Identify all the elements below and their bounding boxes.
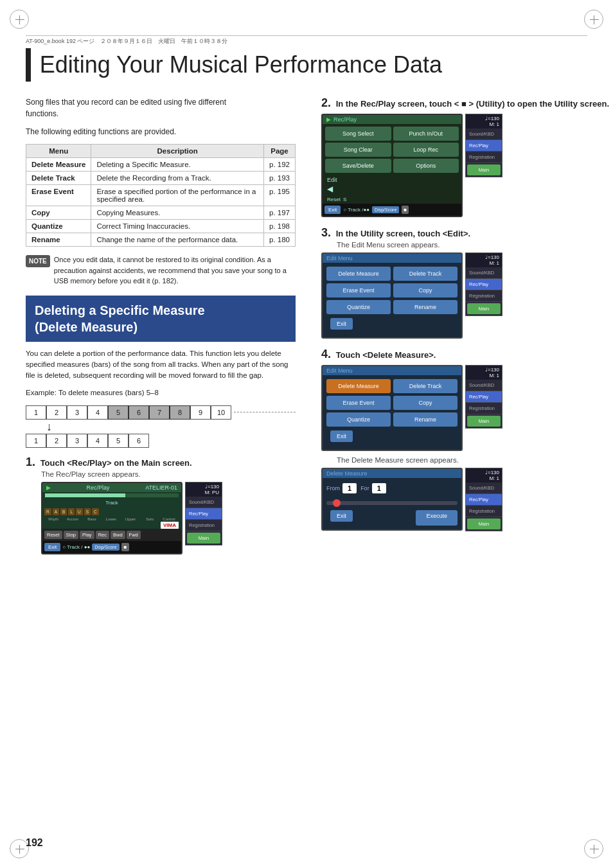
table-row: Delete Track Delete the Recording from a… [26, 172, 296, 185]
main-btn-4[interactable]: Main [467, 416, 501, 427]
control-btn-rec[interactable]: Rec [96, 531, 109, 539]
measure-cell: 10 [211, 405, 231, 420]
sound-kbd-5[interactable]: Sound/KBD [466, 483, 502, 494]
track-label-text: Bass [83, 517, 101, 521]
control-btn-reset[interactable]: Reset [44, 531, 62, 539]
control-btn-fwd[interactable]: Fwd [127, 531, 141, 539]
rec-play-2[interactable]: Rec/Play [466, 140, 502, 152]
copy-btn-1[interactable]: Copy [393, 283, 458, 297]
right-column: 2. In the Rec/Play screen, touch < ■ > (… [321, 96, 613, 540]
ems-grid-2[interactable]: Delete Measure Delete Track Erase Event … [323, 375, 461, 430]
track-btn-c[interactable]: C [92, 508, 99, 515]
song-select-btn[interactable]: Song Select [325, 127, 391, 141]
options-btn[interactable]: Options [393, 159, 459, 173]
rec-play-5[interactable]: Rec/Play [466, 494, 502, 506]
punch-in-out-btn[interactable]: Punch In/Out [393, 127, 459, 141]
track-btn-b[interactable]: B [60, 508, 67, 515]
track-btn-u[interactable]: U [76, 508, 83, 515]
delete-measure-btn-1[interactable]: Delete Measure [326, 267, 391, 281]
edit-menu-screen-2: Edit Menu Delete Measure Delete Track Er… [321, 365, 463, 451]
measures-bottom-row: 123456 [26, 434, 296, 448]
registration-2[interactable]: Registration [466, 152, 502, 163]
left-column: Song files that you record can be edited… [26, 96, 296, 563]
utility-menu-icon[interactable]: ■ [402, 206, 409, 214]
page-cell: p. 198 [264, 220, 296, 233]
dms-slider-area [323, 499, 461, 508]
sound-kbd-2[interactable]: Sound/KBD [466, 128, 502, 140]
delete-track-btn-1[interactable]: Delete Track [393, 267, 458, 281]
erase-event-btn-1[interactable]: Erase Event [326, 283, 391, 297]
rec-play-screen-container: ▶ Rec/Play ATELIER-01 Track RABLUSC Rhyt… [41, 482, 296, 554]
control-btn-play[interactable]: Play [80, 531, 94, 539]
sound-kbd-4[interactable]: Sound/KBD [466, 380, 502, 391]
registration-3[interactable]: Registration [466, 290, 502, 302]
registration-btn[interactable]: Registration [186, 520, 222, 531]
ems-exit-btn-1[interactable]: Exit [330, 318, 353, 330]
quantize-btn-2[interactable]: Quantize [326, 412, 391, 427]
main-btn[interactable]: Main [187, 533, 220, 544]
save-delete-btn[interactable]: Save/Delete [325, 159, 391, 173]
disp-score-btn[interactable]: Disp/Score [92, 544, 119, 551]
desc-cell: Erase a specified portion of the perform… [91, 185, 264, 206]
erase-event-btn-2[interactable]: Erase Event [326, 396, 391, 410]
registration-4[interactable]: Registration [466, 403, 502, 414]
track-label-text: Accom [64, 517, 82, 521]
ems-exit-btn-2[interactable]: Exit [330, 430, 353, 442]
from-value[interactable]: 1 [342, 483, 357, 493]
control-btn-bwd[interactable]: Bwd [111, 531, 125, 539]
dms-exit-btn[interactable]: Exit [330, 510, 353, 522]
rec-play-4[interactable]: Rec/Play [466, 391, 502, 403]
section-body: You can delete a portion of the performa… [26, 348, 296, 382]
sound-kbd-3[interactable]: Sound/KBD [466, 267, 502, 279]
measures-top-row: 12345678910 [26, 405, 296, 420]
tracks-area[interactable]: RABLUSC [42, 507, 181, 517]
loop-rec-btn[interactable]: Loop Rec [393, 143, 459, 157]
dashed-line [234, 412, 296, 412]
disp-btn[interactable]: Disp/Score [372, 206, 399, 213]
execute-btn[interactable]: Execute [416, 510, 458, 526]
measure-cell: 4 [87, 405, 108, 420]
track-label-text: Control [160, 517, 178, 521]
delete-track-btn-2[interactable]: Delete Track [393, 379, 458, 393]
rec-play-3[interactable]: Rec/Play [466, 279, 502, 290]
main-btn-3[interactable]: Main [467, 303, 501, 314]
section-header: Deleting a Specific Measure (Delete Meas… [26, 296, 296, 342]
registration-5[interactable]: Registration [466, 506, 502, 517]
track-label-text: Solo [141, 517, 159, 521]
quantize-btn-1[interactable]: Quantize [326, 300, 391, 314]
copy-btn-2[interactable]: Copy [393, 396, 458, 410]
track-btn-l[interactable]: L [68, 508, 75, 515]
menu-icon-btn[interactable]: ■ [121, 543, 130, 551]
ems-grid-1[interactable]: Delete Measure Delete Track Erase Event … [323, 263, 461, 318]
exit-btn-utility[interactable]: Exit [324, 206, 341, 214]
utility-buttons-grid[interactable]: Song Select Punch In/Out Song Clear Loop… [323, 124, 461, 175]
desc-cell: Delete the Recording from a Track. [91, 172, 264, 185]
main-btn-5[interactable]: Main [467, 518, 501, 529]
track-progress-fill [45, 493, 125, 497]
dms-slider-track[interactable] [326, 501, 458, 505]
measure-cell: 1 [26, 405, 46, 420]
step-1: 1. Touch <Rec/Play> on the Main screen. … [26, 456, 296, 554]
sound-kbd-btn[interactable]: Sound/KBD [186, 497, 222, 508]
rename-btn-2[interactable]: Rename [393, 412, 458, 427]
track-btn-s[interactable]: S [84, 508, 91, 515]
track-btn-a[interactable]: A [53, 508, 59, 515]
intro-paragraph: Song files that you record can be edited… [26, 96, 296, 120]
track-btn-r[interactable]: R [44, 508, 51, 515]
delete-measure-sidebar: ♩=130M: 1 Sound/KBD Rec/Play Registratio… [465, 468, 502, 531]
ems-exit-row-2: Exit [323, 430, 461, 450]
step-3-title: In the Utility screen, touch <Edit>. [336, 229, 471, 238]
tempo-display: ♩=130M: PU [186, 483, 222, 497]
rename-btn-1[interactable]: Rename [393, 300, 458, 314]
control-buttons[interactable]: ResetStopPlayRecBwdFwd [42, 529, 181, 541]
track-progress-bar [45, 493, 179, 497]
song-clear-btn[interactable]: Song Clear [325, 143, 391, 157]
delete-measure-btn-2[interactable]: Delete Measure [326, 379, 391, 393]
for-value[interactable]: 1 [372, 483, 386, 493]
dms-slider-handle[interactable] [333, 499, 341, 507]
rec-play-btn[interactable]: Rec/Play [186, 508, 222, 520]
measure-cell: 8 [170, 405, 190, 420]
control-btn-stop[interactable]: Stop [64, 531, 78, 539]
main-btn-2[interactable]: Main [467, 164, 501, 175]
exit-button-sm[interactable]: Exit [44, 543, 60, 551]
